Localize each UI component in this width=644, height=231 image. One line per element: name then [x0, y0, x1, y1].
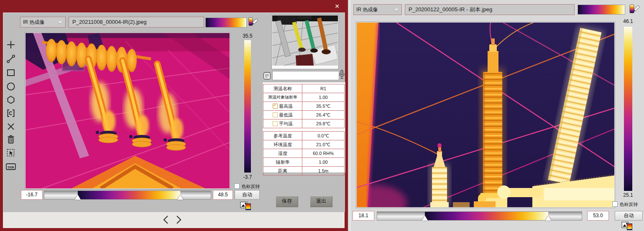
- visible-photo-thumbnail: [272, 15, 338, 69]
- ddb-icon[interactable]: DDB: [5, 162, 16, 171]
- range-slider-gradient: [78, 191, 180, 199]
- colorbar-min-label: -3.7: [238, 174, 258, 180]
- table-row: 最高温 35.5℃: [263, 102, 345, 111]
- invert-colorbar-row: 色标反转: [234, 182, 260, 190]
- range-max-input-right[interactable]: 53.0: [587, 211, 609, 221]
- row-label: 辐射率: [263, 158, 302, 167]
- range-slider-gradient-right: [425, 212, 548, 220]
- environment-table: 参考温度0.0℃ 环境温度21.0℃ 湿度60.0 RH% 辐射率1.00 距离…: [263, 131, 345, 175]
- row-label: 环境温度: [263, 140, 302, 149]
- range-slider-handle-low-right[interactable]: [422, 216, 428, 221]
- mode-dropdown-right-label: IR 热成像: [356, 7, 378, 13]
- palette-edit-icon-right[interactable]: [629, 3, 641, 15]
- thermal-analysis-app: { "left_window": { "title_close": "✕", "…: [0, 0, 644, 231]
- prev-image-button[interactable]: [162, 215, 171, 225]
- row-value[interactable]: 60.0 RH%: [302, 149, 345, 158]
- mode-dropdown[interactable]: IR 热成像: [20, 17, 66, 28]
- colorbar-max-label: 35.5: [238, 33, 258, 39]
- range-slider-handle-high-right[interactable]: [545, 216, 551, 221]
- range-slider-handle-high[interactable]: [177, 195, 183, 200]
- table-row: 测温对象辐射率 1.00: [263, 93, 345, 102]
- next-image-button[interactable]: [175, 215, 184, 225]
- row-value[interactable]: 1.00: [302, 93, 345, 102]
- row-value[interactable]: 21.0℃: [302, 140, 345, 149]
- row-label: 参考温度: [263, 132, 302, 140]
- svg-text:DDB: DDB: [8, 166, 14, 169]
- palette-edit-icon[interactable]: [248, 16, 259, 28]
- row-value: 26.4℃: [302, 111, 345, 119]
- min-temp-checkbox[interactable]: [273, 112, 278, 117]
- table-row: 湿度60.0 RH%: [263, 149, 345, 158]
- note-input[interactable]: [272, 71, 339, 80]
- colorbar: [244, 40, 251, 173]
- colorbar-min-label-right: 25.1: [618, 192, 638, 198]
- table-row: 距离1.5m: [263, 167, 345, 175]
- row-value: 35.5℃: [302, 102, 345, 111]
- range-min-input[interactable]: -16.7: [21, 190, 43, 200]
- row-value[interactable]: 0.0℃: [302, 132, 345, 140]
- visible-photo-canvas: [272, 15, 338, 69]
- select-cursor-icon[interactable]: [6, 148, 15, 157]
- mode-dropdown-right[interactable]: IR 热成像: [353, 4, 402, 15]
- row-label: 最低温: [263, 111, 302, 119]
- line-measure-icon[interactable]: [6, 54, 15, 63]
- invert-colorbar-checkbox-right[interactable]: [612, 201, 618, 207]
- filename-box-right[interactable]: P_20200122_00005-IR - 副本.jpeg: [405, 4, 575, 15]
- mode-dropdown-label: IR 热成像: [23, 19, 44, 25]
- delete-x-icon[interactable]: [6, 122, 15, 131]
- microphone-icon[interactable]: [339, 69, 345, 80]
- trash-icon[interactable]: [6, 135, 15, 145]
- row-label: 距离: [263, 167, 302, 175]
- auto-range-button-right[interactable]: 自动: [615, 211, 643, 221]
- fusion-image-icon[interactable]: [240, 201, 252, 211]
- note-icon[interactable]: [263, 72, 271, 80]
- fusion-image-icon-right[interactable]: [621, 221, 634, 231]
- row-label: 测温对象辐射率: [263, 93, 302, 102]
- invert-colorbar-label-right: 色标反转: [619, 202, 638, 207]
- chevron-down-icon: [58, 21, 62, 24]
- row-value[interactable]: R1: [302, 84, 345, 93]
- ellipse-measure-icon[interactable]: [6, 82, 15, 91]
- filename-box[interactable]: P_20211008_00004-IR(2).jpeg: [69, 17, 204, 28]
- measurement-panel: 测温名称 R1 测温对象辐射率 1.00 最高温 35.5℃ 最低温 26.4℃…: [262, 82, 345, 173]
- row-value[interactable]: 1.00: [302, 158, 345, 167]
- thermal-image-left[interactable]: [25, 33, 230, 189]
- chevron-down-icon: [394, 9, 399, 11]
- invert-colorbar-row-right: 色标反转: [612, 200, 638, 208]
- point-measure-icon[interactable]: [6, 40, 15, 49]
- rect-measure-icon[interactable]: [6, 68, 15, 77]
- table-row: 测温名称 R1: [263, 84, 345, 93]
- thermal-image-right[interactable]: [356, 22, 615, 208]
- thermal-image-left-canvas: [26, 33, 230, 188]
- table-row: 环境温度21.0℃: [263, 140, 345, 149]
- image-nav-strip: [3, 212, 345, 228]
- save-button[interactable]: 保存: [276, 196, 298, 207]
- range-min-input-right[interactable]: 18.1: [353, 211, 374, 221]
- range-max-input[interactable]: 48.5: [213, 190, 233, 200]
- auto-range-button[interactable]: 自动: [235, 190, 260, 200]
- range-slider-handle-low[interactable]: [75, 195, 81, 200]
- avg-temp-checkbox[interactable]: [273, 121, 278, 126]
- polygon-measure-icon[interactable]: [6, 95, 15, 104]
- table-row: 平均温 29.8℃: [263, 119, 345, 128]
- thermal-image-right-canvas: [357, 23, 614, 207]
- range-slider-right[interactable]: [377, 211, 582, 221]
- invert-colorbar-checkbox[interactable]: [234, 183, 240, 189]
- max-temp-checkbox[interactable]: [273, 104, 278, 109]
- table-row: 辐射率1.00: [263, 158, 345, 167]
- close-icon[interactable]: ✕: [332, 2, 342, 10]
- invert-colorbar-label: 色标反转: [241, 184, 260, 189]
- row-label: 湿度: [263, 149, 302, 158]
- colorbar-max-label-right: 46.1: [618, 18, 638, 24]
- palette-preview-bar-right: [578, 5, 625, 15]
- row-label: 测温名称: [263, 84, 302, 93]
- exit-button[interactable]: 退出: [310, 196, 332, 207]
- table-row: 最低温 26.4℃: [263, 111, 345, 119]
- palette-preview-bar: [205, 18, 247, 28]
- area-bracket-icon[interactable]: [6, 109, 15, 118]
- range-slider[interactable]: [44, 190, 211, 200]
- measure-table: 测温名称 R1 测温对象辐射率 1.00 最高温 35.5℃ 最低温 26.4℃…: [263, 84, 345, 128]
- row-label: 平均温: [263, 119, 302, 128]
- colorbar-right: [624, 27, 632, 191]
- row-value[interactable]: 1.5m: [302, 167, 345, 175]
